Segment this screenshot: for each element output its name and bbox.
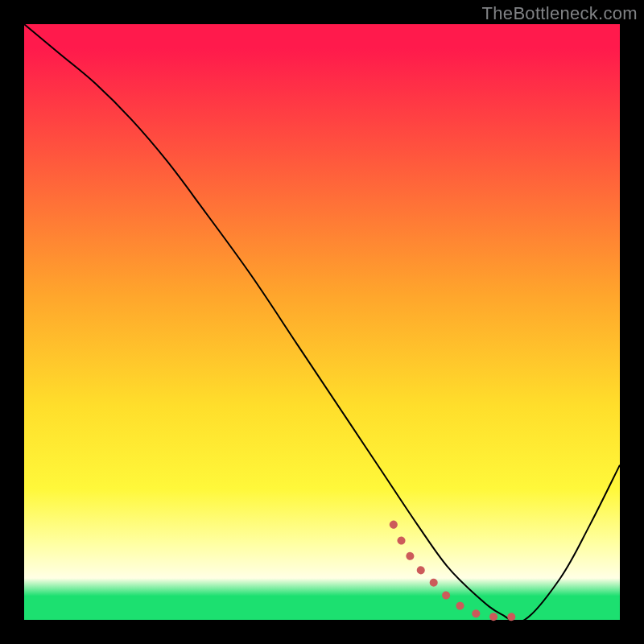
highlight-curve bbox=[394, 525, 525, 617]
plot-area bbox=[24, 24, 620, 620]
chart-frame: TheBottleneck.com bbox=[0, 0, 644, 644]
curve-layer bbox=[24, 24, 620, 620]
bottleneck-curve bbox=[24, 24, 620, 622]
watermark-label: TheBottleneck.com bbox=[482, 3, 638, 24]
